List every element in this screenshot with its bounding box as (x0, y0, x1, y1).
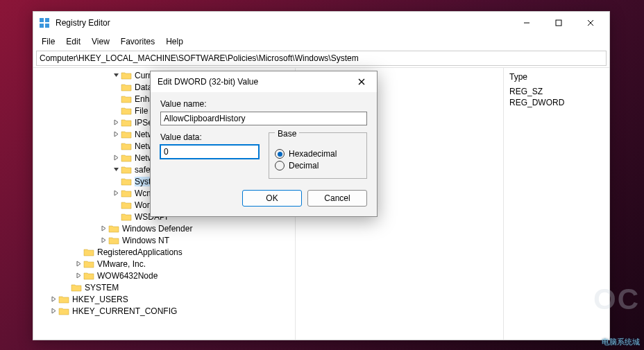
chevron-down-icon[interactable] (111, 166, 121, 173)
folder-icon (121, 106, 132, 116)
menu-favorites[interactable]: Favorites (115, 35, 160, 48)
minimize-button[interactable] (511, 12, 543, 34)
tree-item[interactable]: HKEY_CURRENT_CONFIG (33, 305, 295, 317)
value-name-input[interactable] (160, 112, 367, 125)
radio-dec-label: Decimal (289, 161, 319, 170)
chevron-right-icon[interactable] (111, 155, 121, 161)
folder-icon (121, 118, 132, 128)
chevron-right-icon[interactable] (49, 308, 58, 314)
app-icon (39, 17, 50, 28)
chevron-right-icon[interactable] (99, 237, 108, 243)
close-button[interactable] (575, 12, 607, 34)
tree-item-label: WOW6432Node (97, 271, 158, 281)
folder-icon (83, 259, 94, 269)
svg-rect-5 (556, 20, 561, 26)
svg-rect-0 (40, 18, 44, 22)
dialog-title: Edit DWORD (32-bit) Value (158, 77, 258, 87)
radio-icon (275, 149, 285, 159)
folder-icon (108, 224, 119, 234)
chevron-right-icon[interactable] (111, 131, 121, 137)
chevron-right-icon[interactable] (99, 225, 108, 231)
chevron-right-icon[interactable] (74, 261, 83, 267)
tree-item[interactable]: Windows NT (33, 234, 295, 246)
list-cell-type: REG_SZ (509, 86, 604, 97)
titlebar[interactable]: Registry Editor (33, 12, 609, 34)
tree-item-label: HKEY_USERS (72, 295, 128, 304)
base-label: Base (275, 129, 299, 139)
address-bar[interactable]: Computer\HKEY_LOCAL_MACHINE\SOFTWARE\Pol… (36, 51, 607, 66)
folder-icon (121, 177, 132, 186)
folder-icon (121, 200, 132, 210)
folder-icon (71, 283, 82, 292)
tree-item-label: HKEY_CURRENT_CONFIG (72, 306, 177, 316)
svg-rect-1 (45, 18, 49, 22)
address-text: Computer\HKEY_LOCAL_MACHINE\SOFTWARE\Pol… (40, 53, 359, 63)
folder-icon (121, 82, 132, 92)
tree-item-label: RegisteredApplications (97, 247, 183, 257)
radio-decimal[interactable]: Decimal (275, 161, 361, 170)
tree-item[interactable]: Windows Defender (33, 222, 295, 234)
tree-item[interactable]: SYSTEM (33, 281, 295, 293)
dialog-close-button[interactable] (353, 73, 370, 90)
tree-item-label: Windows Defender (122, 224, 192, 234)
svg-rect-2 (40, 24, 44, 28)
folder-icon (83, 271, 94, 281)
folder-icon (121, 165, 132, 175)
ok-button[interactable]: OK (242, 190, 302, 207)
edit-dword-dialog: Edit DWORD (32-bit) Value Value name: Va… (150, 71, 378, 217)
radio-hex-label: Hexadecimal (289, 149, 337, 159)
folder-icon (83, 247, 94, 257)
column-header-type[interactable]: Type (509, 71, 604, 86)
chevron-right-icon[interactable] (111, 119, 121, 125)
folder-icon (121, 141, 132, 151)
menu-view[interactable]: View (86, 35, 115, 48)
tree-item[interactable]: WOW6432Node (33, 270, 295, 281)
menubar: File Edit View Favorites Help (33, 34, 609, 49)
chevron-right-icon[interactable] (74, 272, 83, 279)
radio-hexadecimal[interactable]: Hexadecimal (275, 149, 361, 159)
menu-edit[interactable]: Edit (60, 35, 86, 48)
radio-icon (275, 161, 285, 170)
folder-icon (121, 130, 132, 139)
menu-file[interactable]: File (36, 35, 60, 48)
menu-help[interactable]: Help (160, 35, 189, 48)
folder-icon (121, 212, 132, 222)
tree-item[interactable]: VMware, Inc. (33, 258, 295, 270)
tree-item-label: VMware, Inc. (97, 259, 146, 269)
value-data-input[interactable] (160, 145, 259, 159)
tree-item[interactable]: HKEY_USERS (33, 293, 295, 305)
folder-icon (108, 236, 119, 245)
dialog-titlebar[interactable]: Edit DWORD (32-bit) Value (151, 71, 377, 92)
chevron-right-icon[interactable] (111, 190, 121, 196)
svg-rect-3 (45, 24, 49, 28)
list-cell-type: REG_DWORD (509, 97, 604, 108)
chevron-right-icon[interactable] (49, 296, 58, 302)
cancel-button[interactable]: Cancel (307, 190, 367, 207)
folder-icon (121, 153, 132, 163)
folder-icon (121, 94, 132, 104)
folder-icon (58, 306, 69, 316)
folder-icon (58, 295, 69, 304)
tree-item-label: Windows NT (122, 236, 169, 245)
maximize-button[interactable] (543, 12, 575, 34)
value-data-label: Value data: (160, 132, 259, 142)
window-title: Registry Editor (56, 18, 511, 28)
folder-icon (121, 71, 132, 80)
chevron-down-icon[interactable] (111, 72, 121, 78)
value-name-label: Value name: (160, 99, 367, 109)
tree-item-label: SYSTEM (85, 283, 119, 292)
tree-item[interactable]: RegisteredApplications (33, 246, 295, 258)
folder-icon (121, 189, 132, 198)
